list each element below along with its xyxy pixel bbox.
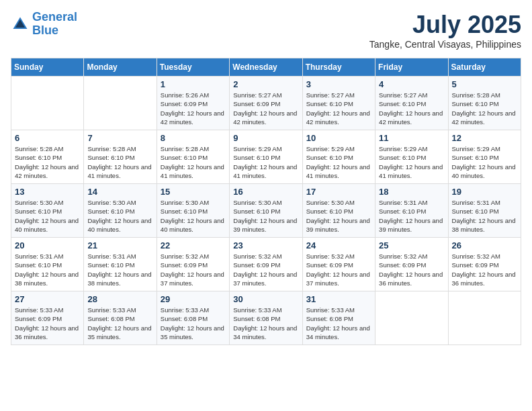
calendar-cell: 24Sunrise: 5:32 AM Sunset: 6:09 PM Dayli… <box>302 238 375 291</box>
calendar-cell: 25Sunrise: 5:32 AM Sunset: 6:09 PM Dayli… <box>375 238 448 291</box>
cell-info: Sunrise: 5:31 AM Sunset: 6:10 PM Dayligh… <box>379 198 444 234</box>
cell-info: Sunrise: 5:33 AM Sunset: 6:08 PM Dayligh… <box>306 306 371 341</box>
day-number: 4 <box>379 79 444 89</box>
weekday-header-cell: Wednesday <box>230 58 302 77</box>
calendar-cell: 8Sunrise: 5:28 AM Sunset: 6:10 PM Daylig… <box>157 130 229 184</box>
day-number: 20 <box>15 240 80 250</box>
day-number: 24 <box>306 240 371 250</box>
weekday-header-cell: Friday <box>375 58 448 77</box>
calendar-week-row: 20Sunrise: 5:31 AM Sunset: 6:10 PM Dayli… <box>11 238 521 291</box>
day-number: 23 <box>233 240 298 250</box>
cell-info: Sunrise: 5:28 AM Sunset: 6:10 PM Dayligh… <box>161 144 226 180</box>
cell-info: Sunrise: 5:32 AM Sunset: 6:09 PM Dayligh… <box>161 252 226 287</box>
calendar-cell: 26Sunrise: 5:32 AM Sunset: 6:09 PM Dayli… <box>448 238 521 291</box>
cell-info: Sunrise: 5:26 AM Sunset: 6:09 PM Dayligh… <box>161 91 226 126</box>
cell-info: Sunrise: 5:30 AM Sunset: 6:10 PM Dayligh… <box>161 198 226 234</box>
cell-info: Sunrise: 5:27 AM Sunset: 6:09 PM Dayligh… <box>233 91 298 126</box>
calendar-cell: 17Sunrise: 5:30 AM Sunset: 6:10 PM Dayli… <box>302 184 375 238</box>
cell-info: Sunrise: 5:30 AM Sunset: 6:10 PM Dayligh… <box>15 198 80 234</box>
calendar-cell: 31Sunrise: 5:33 AM Sunset: 6:08 PM Dayli… <box>302 291 375 345</box>
calendar-table: SundayMondayTuesdayWednesdayThursdayFrid… <box>11 58 521 345</box>
calendar-cell: 18Sunrise: 5:31 AM Sunset: 6:10 PM Dayli… <box>375 184 448 238</box>
logo-line2: Blue <box>32 24 58 37</box>
calendar-cell: 22Sunrise: 5:32 AM Sunset: 6:09 PM Dayli… <box>157 238 229 291</box>
calendar-cell: 2Sunrise: 5:27 AM Sunset: 6:09 PM Daylig… <box>230 77 302 130</box>
calendar-cell: 29Sunrise: 5:33 AM Sunset: 6:08 PM Dayli… <box>157 291 229 345</box>
day-number: 21 <box>87 240 152 250</box>
weekday-header-cell: Sunday <box>11 58 84 77</box>
cell-info: Sunrise: 5:29 AM Sunset: 6:10 PM Dayligh… <box>452 144 517 180</box>
calendar-cell: 13Sunrise: 5:30 AM Sunset: 6:10 PM Dayli… <box>11 184 84 238</box>
day-number: 13 <box>15 187 80 197</box>
day-number: 3 <box>306 79 371 89</box>
calendar-cell: 10Sunrise: 5:29 AM Sunset: 6:10 PM Dayli… <box>302 130 375 184</box>
weekday-header-cell: Monday <box>84 58 157 77</box>
day-number: 17 <box>306 187 371 197</box>
calendar-cell <box>11 77 84 130</box>
day-number: 9 <box>233 133 298 143</box>
calendar-cell: 5Sunrise: 5:28 AM Sunset: 6:10 PM Daylig… <box>448 77 521 130</box>
logo-line1: General <box>32 10 77 24</box>
cell-info: Sunrise: 5:32 AM Sunset: 6:09 PM Dayligh… <box>452 252 517 287</box>
cell-info: Sunrise: 5:31 AM Sunset: 6:10 PM Dayligh… <box>452 198 517 234</box>
weekday-header-row: SundayMondayTuesdayWednesdayThursdayFrid… <box>11 58 521 77</box>
day-number: 31 <box>306 294 371 304</box>
cell-info: Sunrise: 5:28 AM Sunset: 6:10 PM Dayligh… <box>87 144 152 180</box>
day-number: 22 <box>161 240 226 250</box>
cell-info: Sunrise: 5:27 AM Sunset: 6:10 PM Dayligh… <box>306 91 371 126</box>
calendar-cell: 12Sunrise: 5:29 AM Sunset: 6:10 PM Dayli… <box>448 130 521 184</box>
cell-info: Sunrise: 5:30 AM Sunset: 6:10 PM Dayligh… <box>87 198 152 234</box>
day-number: 19 <box>452 187 517 197</box>
cell-info: Sunrise: 5:33 AM Sunset: 6:09 PM Dayligh… <box>15 306 80 341</box>
day-number: 27 <box>15 294 80 304</box>
cell-info: Sunrise: 5:30 AM Sunset: 6:10 PM Dayligh… <box>233 198 298 234</box>
calendar-cell: 20Sunrise: 5:31 AM Sunset: 6:10 PM Dayli… <box>11 238 84 291</box>
page-header: General Blue July 2025 Tangke, Central V… <box>11 11 521 50</box>
calendar-cell: 30Sunrise: 5:33 AM Sunset: 6:08 PM Dayli… <box>230 291 302 345</box>
cell-info: Sunrise: 5:29 AM Sunset: 6:10 PM Dayligh… <box>379 144 444 180</box>
cell-info: Sunrise: 5:33 AM Sunset: 6:08 PM Dayligh… <box>161 306 226 341</box>
cell-info: Sunrise: 5:28 AM Sunset: 6:10 PM Dayligh… <box>452 91 517 126</box>
calendar-body: 1Sunrise: 5:26 AM Sunset: 6:09 PM Daylig… <box>11 77 521 345</box>
calendar-cell: 27Sunrise: 5:33 AM Sunset: 6:09 PM Dayli… <box>11 291 84 345</box>
calendar-cell: 6Sunrise: 5:28 AM Sunset: 6:10 PM Daylig… <box>11 130 84 184</box>
day-number: 12 <box>452 133 517 143</box>
weekday-header-cell: Saturday <box>448 58 521 77</box>
day-number: 30 <box>233 294 298 304</box>
weekday-header-cell: Tuesday <box>157 58 229 77</box>
calendar-cell <box>375 291 448 345</box>
day-number: 16 <box>233 187 298 197</box>
cell-info: Sunrise: 5:27 AM Sunset: 6:10 PM Dayligh… <box>379 91 444 126</box>
calendar-cell: 4Sunrise: 5:27 AM Sunset: 6:10 PM Daylig… <box>375 77 448 130</box>
day-number: 10 <box>306 133 371 143</box>
calendar-week-row: 1Sunrise: 5:26 AM Sunset: 6:09 PM Daylig… <box>11 77 521 130</box>
day-number: 29 <box>161 294 226 304</box>
day-number: 18 <box>379 187 444 197</box>
cell-info: Sunrise: 5:30 AM Sunset: 6:10 PM Dayligh… <box>306 198 371 234</box>
location: Tangke, Central Visayas, Philippines <box>369 39 521 50</box>
day-number: 5 <box>452 79 517 89</box>
day-number: 6 <box>15 133 80 143</box>
cell-info: Sunrise: 5:31 AM Sunset: 6:10 PM Dayligh… <box>15 252 80 287</box>
day-number: 11 <box>379 133 444 143</box>
cell-info: Sunrise: 5:32 AM Sunset: 6:09 PM Dayligh… <box>379 252 444 287</box>
calendar-cell: 23Sunrise: 5:32 AM Sunset: 6:09 PM Dayli… <box>230 238 302 291</box>
calendar-cell: 3Sunrise: 5:27 AM Sunset: 6:10 PM Daylig… <box>302 77 375 130</box>
day-number: 25 <box>379 240 444 250</box>
calendar-week-row: 27Sunrise: 5:33 AM Sunset: 6:09 PM Dayli… <box>11 291 521 345</box>
calendar-cell: 16Sunrise: 5:30 AM Sunset: 6:10 PM Dayli… <box>230 184 302 238</box>
logo-icon <box>11 15 30 34</box>
cell-info: Sunrise: 5:33 AM Sunset: 6:08 PM Dayligh… <box>233 306 298 341</box>
day-number: 14 <box>87 187 152 197</box>
weekday-header-cell: Thursday <box>302 58 375 77</box>
month-year: July 2025 <box>369 11 521 39</box>
day-number: 26 <box>452 240 517 250</box>
calendar-week-row: 6Sunrise: 5:28 AM Sunset: 6:10 PM Daylig… <box>11 130 521 184</box>
cell-info: Sunrise: 5:31 AM Sunset: 6:10 PM Dayligh… <box>87 252 152 287</box>
calendar-cell: 19Sunrise: 5:31 AM Sunset: 6:10 PM Dayli… <box>448 184 521 238</box>
day-number: 28 <box>87 294 152 304</box>
logo-text: General Blue <box>32 11 77 38</box>
calendar-week-row: 13Sunrise: 5:30 AM Sunset: 6:10 PM Dayli… <box>11 184 521 238</box>
cell-info: Sunrise: 5:33 AM Sunset: 6:08 PM Dayligh… <box>87 306 152 341</box>
calendar-cell: 9Sunrise: 5:29 AM Sunset: 6:10 PM Daylig… <box>230 130 302 184</box>
